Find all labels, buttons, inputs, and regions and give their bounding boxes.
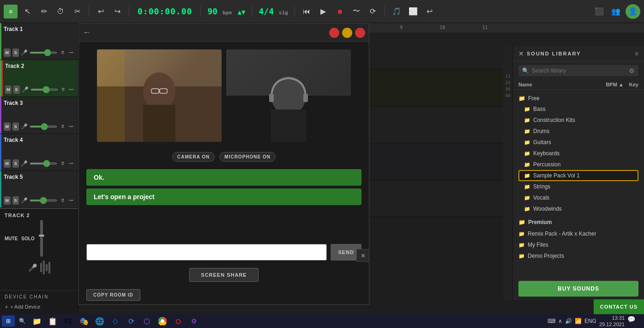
library-settings-btn[interactable]: ≡	[635, 50, 638, 57]
library-search-input[interactable]	[532, 67, 626, 74]
chat-text-input[interactable]	[86, 244, 327, 261]
track2-eq-btn[interactable]: ⠿	[60, 85, 66, 94]
plugin-btn[interactable]: ⬜	[406, 5, 420, 18]
track3-solo-btn[interactable]: S	[12, 122, 19, 131]
track5-eq-btn[interactable]: ⠿	[59, 196, 66, 205]
settings-btn[interactable]: ↩	[423, 5, 437, 18]
library-item-drums[interactable]: 📁 Drums	[518, 126, 638, 137]
library-free-header[interactable]: 📁 Free	[518, 93, 638, 103]
track4-mute-btn[interactable]: M	[4, 159, 11, 168]
library-premium-header[interactable]: 📁 Premium	[513, 216, 644, 228]
screen-share-btn[interactable]: SCREEN SHARE	[189, 268, 258, 282]
taskbar-app-9[interactable]: ⚙	[187, 315, 201, 328]
track3-mic-btn[interactable]: 🎤	[21, 122, 28, 131]
track2-solo-btn[interactable]: S	[13, 85, 20, 94]
track1-mute-btn[interactable]: M	[4, 49, 11, 57]
menu-btn[interactable]: ≡	[4, 5, 18, 18]
library-item-strings[interactable]: 📁 Strings	[518, 181, 638, 192]
camera-on-label[interactable]: CAMERA ON	[172, 152, 215, 162]
track4-eq-btn[interactable]: ⠿	[59, 159, 66, 168]
track3-eq-btn[interactable]: ⠿	[59, 122, 66, 131]
contact-us-btn[interactable]: CONTACT US	[594, 299, 644, 314]
taskbar-app-notepad[interactable]: 📋	[45, 315, 60, 328]
track2-volume-slider[interactable]	[30, 89, 58, 91]
library-item-guitars[interactable]: 📁 Guitars	[518, 137, 638, 148]
bottom-mute-label[interactable]: MUTE	[5, 236, 18, 241]
skip-back-btn[interactable]: ⏮	[300, 5, 313, 18]
systray-keyboard-icon[interactable]: ⌨	[548, 318, 555, 324]
play-btn[interactable]: ▶	[316, 5, 330, 18]
taskbar-app-filezilla[interactable]: FZ	[61, 315, 76, 328]
systray-volume-icon[interactable]: 🔊	[565, 318, 572, 324]
library-item-my-files[interactable]: 📁 My Files	[513, 239, 644, 250]
track5-solo-btn[interactable]: S	[12, 196, 19, 205]
library-item-percussion[interactable]: 📁 Percussion	[518, 159, 638, 170]
track3-wave-btn[interactable]: 〰	[68, 122, 75, 131]
taskbar-app-edge[interactable]: 🌐	[92, 315, 107, 328]
track5-mute-btn[interactable]: M	[4, 196, 11, 205]
modal-close-btn[interactable]	[329, 28, 339, 38]
track1-mic-btn[interactable]: 🎤	[21, 49, 28, 57]
track5-wave-btn[interactable]: 〰	[68, 196, 75, 205]
track4-volume-slider[interactable]	[30, 163, 57, 164]
metronome-btn[interactable]: 🎵	[390, 5, 403, 18]
loop2-btn[interactable]: ⟳	[366, 5, 380, 18]
taskbar-app-explorer[interactable]: 📁	[30, 315, 44, 328]
track2-mute-btn[interactable]: M	[5, 85, 12, 94]
library-item-remix-pack[interactable]: 📁 Remix Pack - Artik x Kacher	[513, 228, 644, 239]
library-close-btn[interactable]: ✕	[518, 50, 524, 57]
profile-avatar[interactable]: 👤	[626, 4, 640, 19]
clock-btn[interactable]: ⏱	[54, 5, 67, 18]
track5-mic-btn[interactable]: 🎤	[21, 196, 28, 205]
collab-btn[interactable]: 👥	[609, 5, 623, 18]
modal-expand-btn[interactable]	[355, 28, 365, 38]
library-item-keyboards[interactable]: 📁 Keyboards	[518, 148, 638, 159]
taskbar-app-3[interactable]: 🎭	[77, 315, 91, 328]
copy-room-btn[interactable]: COPY ROOM ID	[86, 289, 140, 301]
microphone-on-label[interactable]: MICROPHONE ON	[219, 152, 276, 162]
track1-volume-slider[interactable]	[30, 52, 57, 54]
export-btn[interactable]: ⬛	[592, 5, 606, 18]
loop-btn[interactable]: 〜	[349, 5, 363, 18]
library-item-construction-kits[interactable]: 📁 Construction Kits	[518, 115, 638, 126]
track1-solo-btn[interactable]: S	[12, 49, 19, 57]
taskbar-app-collab[interactable]: ⬡	[139, 315, 154, 328]
library-filter-btn[interactable]: ⚙	[629, 67, 635, 74]
taskbar-app-git[interactable]: ⟳	[124, 315, 138, 328]
track3-volume-slider[interactable]	[30, 126, 57, 128]
track1-wave-btn[interactable]: 〰	[68, 49, 75, 57]
taskbar-app-chrome[interactable]	[155, 315, 170, 328]
systray-wifi-icon[interactable]: 📶	[575, 318, 582, 324]
taskbar-app-opera[interactable]: O	[171, 315, 186, 328]
windows-start-btn[interactable]: ⊞	[2, 316, 15, 327]
track4-mic-btn[interactable]: 🎤	[21, 159, 28, 168]
taskbar-search-btn[interactable]: 🔍	[16, 316, 29, 327]
redo-btn[interactable]: ↪	[110, 5, 124, 18]
library-item-demo-projects[interactable]: 📁 Demo Projects	[513, 250, 644, 261]
volume-vertical-slider[interactable]	[40, 220, 43, 257]
taskbar-app-vscode[interactable]: ◇	[108, 315, 123, 328]
systray-chevron-icon[interactable]: ∧	[558, 318, 562, 324]
library-item-woodwinds[interactable]: 📁 Woodwinds	[518, 203, 638, 214]
track2-mic-btn[interactable]: 🎤	[22, 85, 29, 94]
track3-mute-btn[interactable]: M	[4, 122, 11, 131]
modal-minimize-btn[interactable]	[342, 28, 352, 38]
taskbar-chat-icon[interactable]: 💬	[627, 316, 638, 327]
bottom-solo-label[interactable]: SOLO	[21, 236, 34, 241]
track4-solo-btn[interactable]: S	[12, 159, 19, 168]
cut-btn[interactable]: ✂	[70, 5, 84, 18]
library-item-sample-pack[interactable]: 📁 Sample Pack Vol 1	[518, 170, 638, 181]
library-item-vocals[interactable]: 📁 Vocals	[518, 192, 638, 203]
add-device-btn[interactable]: + + Add Device	[5, 303, 40, 310]
track4-wave-btn[interactable]: 〰	[68, 159, 75, 168]
library-item-bass[interactable]: 📁 Bass	[518, 103, 638, 115]
modal-close-x-btn[interactable]: ✕	[356, 249, 369, 262]
modal-back-btn[interactable]: ←	[83, 28, 91, 37]
systray-lang-label[interactable]: ENG	[584, 318, 596, 324]
track1-eq-btn[interactable]: ⠿	[59, 49, 66, 57]
chat-message-open[interactable]: Let's open a project	[86, 188, 361, 205]
pencil-tool-btn[interactable]: ✏	[37, 5, 51, 18]
record-btn[interactable]: ⏺	[333, 5, 347, 18]
track5-volume-slider[interactable]	[30, 200, 57, 201]
buy-sounds-btn[interactable]: BUY SOUNDS	[518, 281, 638, 297]
